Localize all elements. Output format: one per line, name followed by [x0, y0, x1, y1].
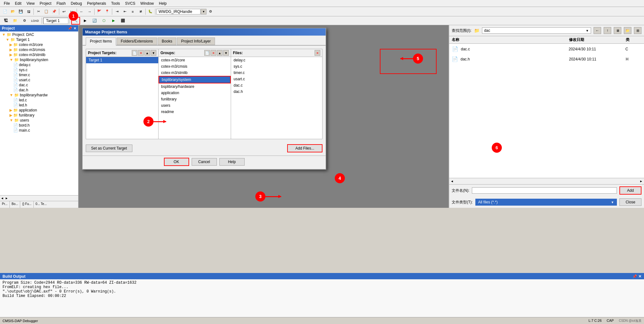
menu-tools[interactable]: Tools	[109, 1, 123, 6]
build-all-button[interactable]: ▶	[81, 17, 90, 24]
tree-bsplibrary-system[interactable]: ▼ 📁 bsplibrary/systen	[1, 57, 78, 62]
outdent-button[interactable]: ⇤	[121, 8, 129, 15]
tree-bsplibrary-hardw[interactable]: ▼ 📁 bsplibrary/hardw	[1, 93, 78, 98]
group-item-readme[interactable]: readme	[159, 109, 231, 115]
open-button[interactable]: 📂	[9, 8, 17, 15]
menu-project[interactable]: Project	[37, 1, 54, 6]
target-delete-btn[interactable]: ✕	[138, 50, 144, 56]
target-options-button[interactable]: ⚙	[20, 17, 29, 24]
group-down-btn[interactable]: ▼	[223, 50, 229, 56]
file-item-dach[interactable]: dac.h	[231, 88, 322, 95]
manage-tab-folders[interactable]: Folders/Extensions	[117, 37, 157, 45]
tree-funlibrary[interactable]: ▶ 📁 funlibrary	[1, 113, 78, 118]
tree-timer-c[interactable]: 📄 timer.c	[1, 72, 78, 77]
tree-cotex-core[interactable]: ▶ 📁 cotex-m3/core	[1, 42, 78, 47]
menu-debug[interactable]: Debug	[68, 1, 84, 6]
path-back-btn[interactable]: ←	[594, 27, 601, 34]
menu-file[interactable]: File	[1, 1, 12, 6]
file-item-delay[interactable]: delay.c	[231, 57, 322, 63]
bookmark-button[interactable]: 🚩	[96, 8, 103, 15]
manage-project-items-button[interactable]: 🔧	[71, 17, 80, 25]
target-up-btn[interactable]: ▲	[144, 50, 150, 56]
tree-dac-c[interactable]: 📄 dac.c	[1, 82, 78, 88]
file-dac-c[interactable]: 📄 dac.c 2024/4/30 10:11 C	[449, 44, 644, 54]
build-pin-icon[interactable]: 📌	[632, 274, 637, 279]
group-item-funlibrary[interactable]: funlibrary	[159, 96, 231, 102]
tab-templates[interactable]: 0... Te...	[34, 201, 49, 208]
tree-cotex-cmsis[interactable]: ▶ 📁 cotex-m3/cmsis	[1, 47, 78, 52]
paste-button[interactable]: 📌	[50, 8, 58, 15]
filetype-select[interactable]: All files (*.*) ▼	[475, 199, 617, 206]
tab-functions[interactable]: {} Fu...	[20, 201, 33, 208]
tree-project-dac[interactable]: ▼ 📁 Project: DAC	[1, 32, 78, 37]
group-item-bspsystem[interactable]: bsplibrary/system	[159, 76, 231, 83]
group-item-application[interactable]: application	[159, 90, 231, 96]
file-item-timer[interactable]: timer.c	[231, 70, 322, 76]
tree-users[interactable]: ▼ 📁 users	[1, 118, 78, 123]
tree-bord-h[interactable]: 📄 bord.h	[1, 123, 78, 128]
tree-cotex-stmlib[interactable]: ▶ 📁 cotex-m3/stmlib	[1, 52, 78, 57]
group-delete-btn[interactable]: ✕	[211, 50, 216, 56]
manage-tab-project-items[interactable]: Project Items	[86, 37, 116, 46]
manage-tab-books[interactable]: Books	[158, 37, 176, 45]
save-button[interactable]: 💾	[17, 8, 25, 15]
menu-peripherals[interactable]: Peripherals	[84, 1, 109, 6]
path-view-btn[interactable]: ⊞	[634, 27, 641, 34]
close-file-btn[interactable]: Close	[619, 198, 641, 206]
file-dac-h[interactable]: 📄 dac.h 2024/4/30 10:11 H	[449, 54, 644, 64]
cancel-btn[interactable]: Cancel	[192, 158, 217, 166]
add-file-btn[interactable]: Add	[619, 186, 641, 195]
save-all-button[interactable]: 🖫	[25, 8, 32, 15]
tab-books[interactable]: Bo...	[10, 201, 20, 208]
file-item-dacc[interactable]: dac.c	[231, 82, 322, 88]
path-input[interactable]: dac ▼	[482, 27, 591, 34]
menu-help[interactable]: Help	[156, 1, 169, 6]
menu-view[interactable]: View	[24, 1, 37, 6]
path-newfolder-btn[interactable]: 📁	[624, 27, 631, 34]
build-close-icon[interactable]: ✕	[638, 274, 641, 279]
target-down-btn[interactable]: ▼	[151, 50, 156, 56]
menu-edit[interactable]: Edit	[12, 1, 24, 6]
path-newwin-btn[interactable]: 🖥	[614, 27, 621, 34]
files-close-btn[interactable]: ✕	[315, 50, 320, 56]
debug-target-dropdown[interactable]: WWDG_IRQHandle	[156, 9, 200, 14]
help-btn[interactable]: Help	[219, 158, 245, 166]
filename-input[interactable]	[472, 187, 617, 194]
add-files-btn[interactable]: Add Files...	[287, 144, 322, 152]
menu-svcs[interactable]: SVCS	[123, 1, 138, 6]
group-item-stmlib[interactable]: cotex-m3/stmlib	[159, 70, 231, 76]
target-item-1[interactable]: Target 1	[86, 57, 158, 63]
set-target-btn[interactable]: Set as Current Target	[86, 145, 132, 152]
group-up-btn[interactable]: ▲	[217, 50, 223, 56]
build-button[interactable]: 🏗	[1, 17, 10, 24]
file-item-sys[interactable]: sys.c	[231, 63, 322, 70]
config-button[interactable]: ⚙	[207, 8, 214, 15]
project-close-icon[interactable]: ✕	[73, 26, 76, 31]
group-item-bsphardware[interactable]: bsplibrary/hardware	[159, 83, 231, 90]
rebuild-button[interactable]: 🔄	[90, 17, 99, 24]
start-debug-button[interactable]: ▶	[109, 17, 118, 24]
tree-delay-c[interactable]: 📄 delay.c	[1, 62, 78, 67]
tab-project[interactable]: Pr...	[0, 201, 10, 208]
copy-button[interactable]: 📋	[43, 8, 50, 15]
target-new-btn[interactable]: 📄	[132, 50, 137, 56]
project-pin-icon[interactable]: 📌	[68, 26, 72, 31]
open-folder-button[interactable]: 📁	[11, 17, 20, 24]
group-item-core[interactable]: cotex-m3/core	[159, 57, 231, 63]
stop-debug-button[interactable]: ⬛	[119, 17, 127, 24]
cut-button[interactable]: ✂	[35, 8, 42, 15]
tree-main-c[interactable]: 📄 main.c	[1, 128, 78, 133]
ok-btn[interactable]: OK	[164, 158, 189, 166]
menu-flash[interactable]: Flash	[54, 1, 68, 6]
debug-icon-button[interactable]: 🐛	[147, 8, 154, 15]
path-up-btn[interactable]: ↑	[604, 27, 611, 34]
group-item-cmsis[interactable]: cotex-m3/cmsis	[159, 63, 231, 70]
tree-dac-h[interactable]: 📄 dac.h	[1, 88, 78, 93]
forward-button[interactable]: →	[86, 8, 93, 15]
bookmark2-button[interactable]: 📍	[103, 8, 111, 15]
tree-target-1[interactable]: ▼ 📁 Target 1	[1, 37, 78, 42]
flash-button[interactable]: ⬡	[100, 17, 108, 24]
group-item-users[interactable]: users	[159, 102, 231, 109]
uncomment-button[interactable]: ≢	[137, 8, 144, 15]
indent-button[interactable]: ⇥	[113, 8, 121, 15]
